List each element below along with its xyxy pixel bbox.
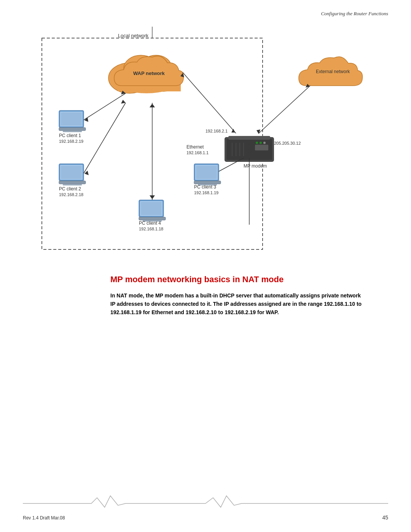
pc1-ip: 192.168.2.19 xyxy=(59,139,83,144)
svg-rect-32 xyxy=(196,166,217,179)
svg-point-19 xyxy=(263,142,266,144)
pc2-ip: 192.168.2.18 xyxy=(59,192,83,197)
page-header: Configuring the Router Functions xyxy=(321,11,388,17)
pc-client-3 xyxy=(194,164,221,185)
svg-rect-11 xyxy=(228,136,270,140)
svg-rect-23 xyxy=(59,128,86,131)
pc4-label: PC client 4 xyxy=(139,220,161,226)
wap-cloud: WAP network xyxy=(108,55,184,93)
pc3-ip: 192.168.1.19 xyxy=(194,190,218,195)
svg-marker-51 xyxy=(150,195,155,199)
pc2-label: PC client 2 xyxy=(59,186,81,192)
svg-line-43 xyxy=(84,103,126,173)
ethernet-label: Ethernet xyxy=(186,144,204,150)
local-network-label: Local network xyxy=(118,33,149,38)
wap-network-label: WAP network xyxy=(133,70,165,76)
ethernet-ip: 192.168.1.1 xyxy=(186,150,209,155)
pc4-ip: 192.168.1.18 xyxy=(139,227,163,231)
svg-rect-37 xyxy=(141,202,162,215)
svg-point-18 xyxy=(260,142,262,144)
svg-line-46 xyxy=(183,72,236,133)
mp-modem-device xyxy=(225,136,274,162)
svg-marker-47 xyxy=(231,129,235,133)
svg-line-40 xyxy=(84,93,126,120)
pc-client-4 xyxy=(139,200,166,222)
external-network-label: External network xyxy=(316,69,350,74)
svg-rect-16 xyxy=(255,145,268,150)
pc-client-1 xyxy=(59,110,86,132)
footer-revision: Rev 1.4 Draft Mar.08 xyxy=(23,515,65,521)
pc3-label: PC client 3 xyxy=(194,184,216,190)
router-external-ip: 205.205.30.12 xyxy=(274,141,301,145)
ecg-decoration xyxy=(23,494,388,509)
svg-rect-33 xyxy=(194,181,221,184)
mp-modem-label: MP modem xyxy=(244,163,267,169)
router-wap-ip: 192.168.2.1 xyxy=(206,129,228,133)
svg-marker-50 xyxy=(150,104,155,107)
content-section: MP modem networking basics in NAT mode I… xyxy=(110,274,365,317)
svg-rect-27 xyxy=(61,166,82,179)
section-title: MP modem networking basics in NAT mode xyxy=(110,274,365,285)
diagram-area: Local network WAP network External netwo… xyxy=(23,27,388,263)
svg-point-17 xyxy=(256,142,258,144)
svg-line-53 xyxy=(259,86,310,133)
external-cloud: External network xyxy=(299,57,363,86)
content-body: In NAT mode, the MP modem has a built-in… xyxy=(110,291,365,317)
pc-client-2 xyxy=(59,164,86,185)
page-footer: Rev 1.4 Draft Mar.08 45 xyxy=(23,514,388,521)
pc1-label: PC client 1 xyxy=(59,133,81,138)
svg-rect-29 xyxy=(63,184,82,185)
svg-rect-24 xyxy=(63,131,82,132)
footer-page-number: 45 xyxy=(382,514,388,521)
svg-rect-38 xyxy=(139,217,166,220)
svg-rect-22 xyxy=(61,112,82,126)
svg-marker-44 xyxy=(121,100,126,104)
svg-rect-28 xyxy=(59,181,86,184)
svg-marker-55 xyxy=(256,129,260,134)
